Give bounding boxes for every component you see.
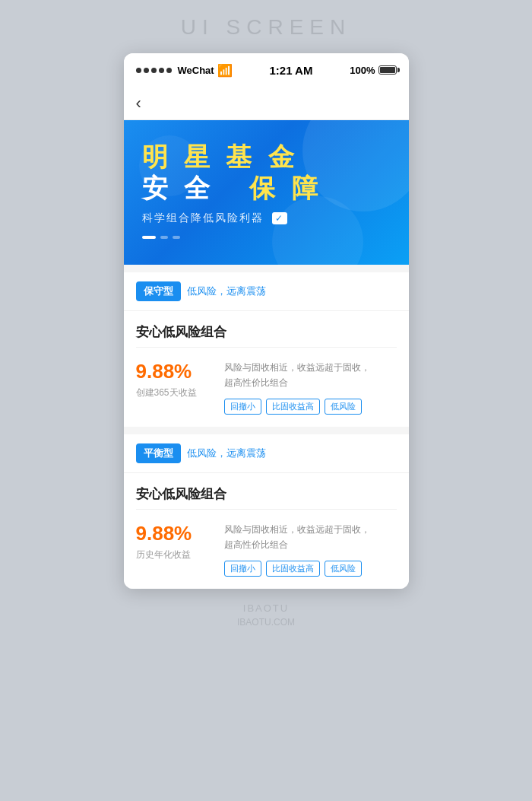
footer-label: IBAOTU [243, 602, 289, 614]
status-time: 1:21 AM [269, 64, 312, 77]
product-left-2: 9.88% 历史年化收益 [136, 522, 212, 577]
product-left-1: 9.88% 创建365天收益 [136, 360, 212, 415]
nav-bar: ‹ [124, 87, 409, 120]
dot-2 [160, 236, 168, 239]
section-conservative: 保守型 低风险，远离震荡 安心低风险组合 9.88% 创建365天收益 风险与固… [124, 272, 409, 427]
status-left: WeChat 📶 [136, 63, 233, 78]
hero-title-white: 安 全 [142, 173, 214, 202]
section-balanced: 平衡型 低风险，远离震荡 安心低风险组合 9.88% 历史年化收益 风险与固收相… [124, 434, 409, 589]
product-tags-2: 回撤小 比固收益高 低风险 [224, 561, 397, 577]
ui-screen-label: UI SCREEN [181, 15, 351, 40]
section1-tag: 保守型 低风险，远离震荡 [124, 272, 409, 311]
tag-desc-2: 低风险，远离震荡 [187, 447, 266, 460]
tag-huiche-1: 回撤小 [224, 399, 261, 415]
section2-title: 安心低风险组合 [124, 473, 409, 509]
section1-title: 安心低风险组合 [124, 311, 409, 347]
tag-gushou-2: 比固收益高 [266, 561, 320, 577]
hero-title-line2: 安 全 保 障 [142, 173, 391, 204]
dot-3 [173, 236, 180, 239]
product-row-2[interactable]: 9.88% 历史年化收益 风险与固收相近，收益远超于固收， 超高性价比组合 回撤… [124, 510, 409, 589]
tag-type-1: 保守型 [136, 281, 181, 301]
footer-url: IBAOTU.COM [237, 617, 295, 628]
product-rate-2: 9.88% [136, 522, 212, 545]
product-right-1: 风险与固收相近，收益远超于固收， 超高性价比组合 回撤小 比固收益高 低风险 [224, 360, 397, 415]
hero-subtitle: 科学组合降低风险利器 ✓ [142, 211, 391, 225]
hero-banner: 明 星 基 金 安 全 保 障 科学组合降低风险利器 ✓ [124, 120, 409, 265]
tag-type-2: 平衡型 [136, 443, 181, 463]
tag-fengxian-2: 低风险 [325, 561, 362, 577]
checkmark-icon: ✓ [272, 212, 287, 224]
product-rate-label-1: 创建365天收益 [136, 386, 212, 399]
hero-title-line1: 明 星 基 金 [142, 141, 391, 173]
tag-gushou-1: 比固收益高 [266, 399, 320, 415]
tag-badge-1: 保守型 低风险，远离震荡 [136, 281, 266, 301]
product-row-1[interactable]: 9.88% 创建365天收益 风险与固收相近，收益远超于固收， 超高性价比组合 … [124, 348, 409, 427]
product-rate-label-2: 历史年化收益 [136, 548, 212, 561]
tag-fengxian-1: 低风险 [325, 399, 362, 415]
carrier-label: WeChat [178, 65, 214, 76]
status-right: 100% [350, 65, 396, 76]
product-desc-1: 风险与固收相近，收益远超于固收， 超高性价比组合 [224, 360, 397, 391]
hero-pagination [142, 236, 391, 239]
battery-icon [378, 65, 397, 75]
tag-badge-2: 平衡型 低风险，远离震荡 [136, 443, 266, 463]
product-rate-1: 9.88% [136, 360, 212, 383]
hero-title-spacer [226, 173, 237, 202]
back-button[interactable]: ‹ [136, 94, 141, 113]
phone-frame: WeChat 📶 1:21 AM 100% ‹ 明 星 基 金 安 全 保 障 … [124, 53, 409, 589]
status-bar: WeChat 📶 1:21 AM 100% [124, 53, 409, 87]
dot-1 [142, 236, 156, 239]
wifi-icon: 📶 [217, 63, 233, 78]
section2-tag: 平衡型 低风险，远离震荡 [124, 434, 409, 473]
tag-desc-1: 低风险，远离震荡 [187, 284, 266, 298]
signal-dots [136, 68, 172, 73]
hero-title-yellow: 保 障 [249, 173, 321, 202]
battery-percent: 100% [350, 65, 375, 76]
tag-huiche-2: 回撤小 [224, 561, 261, 577]
product-desc-2: 风险与固收相近，收益远超于固收， 超高性价比组合 [224, 522, 397, 553]
product-right-2: 风险与固收相近，收益远超于固收， 超高性价比组合 回撤小 比固收益高 低风险 [224, 522, 397, 577]
product-tags-1: 回撤小 比固收益高 低风险 [224, 399, 397, 415]
